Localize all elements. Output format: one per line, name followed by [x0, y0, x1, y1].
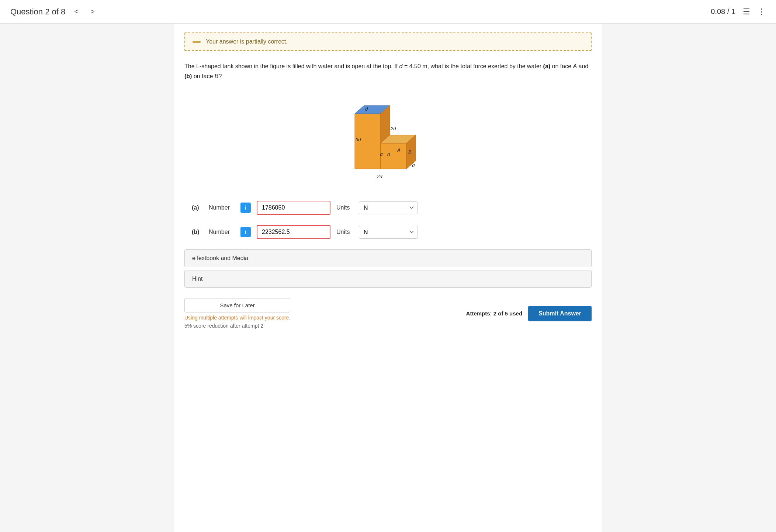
small-note: 5% score reduction after attempt 2 [184, 323, 290, 329]
list-icon[interactable]: ☰ [743, 7, 750, 17]
part-b-label: (b) [192, 229, 203, 235]
part-b-number-label: Number [209, 229, 235, 235]
prev-question-button[interactable]: < [71, 6, 82, 17]
part-b-units-select[interactable]: N kN MN [359, 226, 418, 239]
next-question-button[interactable]: > [87, 6, 98, 17]
part-a-units-label: Units [336, 204, 353, 211]
part-b-units-label: Units [336, 229, 353, 235]
question-text-eq: = 4.50 m, what is the total force exerte… [402, 63, 543, 69]
svg-text:d: d [365, 106, 368, 112]
submit-answer-button[interactable]: Submit Answer [528, 306, 592, 321]
etextbook-label: eTextbook and Media [192, 255, 248, 262]
header-left: Question 2 of 8 < > [10, 6, 98, 17]
banner-text: Your answer is partially correct. [206, 38, 288, 45]
main-content: Your answer is partially correct. The L-… [174, 24, 602, 532]
part-a-number-input[interactable] [257, 201, 330, 215]
part-a-bold: (a) [543, 63, 551, 69]
banner-dash-icon [193, 41, 201, 43]
part-a-number-label: Number [209, 204, 235, 211]
hint-label: Hint [192, 276, 202, 282]
part-b-bold: (b) [184, 73, 192, 79]
svg-text:2d: 2d [377, 174, 382, 179]
more-options-icon[interactable]: ⋮ [758, 7, 766, 17]
part-a-units-select[interactable]: N kN MN [359, 201, 418, 214]
part-a-row: (a) Number i Units N kN MN [184, 201, 592, 215]
question-text: The L-shaped tank shown in the figure is… [184, 61, 592, 81]
svg-text:2d: 2d [390, 126, 396, 131]
face-a-letter: A [573, 63, 577, 69]
svg-text:d: d [412, 163, 415, 168]
svg-text:B: B [408, 149, 412, 155]
question-text-part1: The L-shaped tank shown in the figure is… [184, 63, 399, 69]
attempts-text: Attempts: 2 of 5 used [466, 310, 523, 317]
face-b-letter: B [215, 73, 219, 79]
footer-actions: Save for Later Using multiple attempts w… [184, 295, 592, 329]
question-title: Question 2 of 8 [10, 7, 65, 17]
svg-text:A: A [397, 147, 401, 153]
svg-marker-3 [381, 143, 406, 169]
hint-header[interactable]: Hint [185, 270, 591, 287]
footer-right: Attempts: 2 of 5 used Submit Answer [466, 306, 592, 321]
figure-container: d 3d 2d d d A B d 2d [184, 91, 592, 187]
partial-correct-banner: Your answer is partially correct. [184, 32, 592, 51]
part-b-info-button[interactable]: i [240, 227, 251, 237]
warning-text: Using multiple attempts will impact your… [184, 315, 290, 321]
footer-left: Save for Later Using multiple attempts w… [184, 298, 290, 329]
face-b-text: on face [192, 73, 214, 79]
part-b-row: (b) Number i Units N kN MN [184, 225, 592, 239]
svg-text:3d: 3d [356, 137, 361, 142]
score-display: 0.08 / 1 [711, 7, 735, 16]
save-later-button[interactable]: Save for Later [184, 298, 290, 312]
svg-text:d: d [387, 152, 390, 157]
header: Question 2 of 8 < > 0.08 / 1 ☰ ⋮ [0, 0, 776, 24]
face-a-text: on face [550, 63, 573, 69]
etextbook-header[interactable]: eTextbook and Media [185, 250, 591, 267]
part-a-label: (a) [192, 204, 203, 211]
question-end: ? [218, 73, 222, 79]
and-text: and [577, 63, 588, 69]
svg-text:d: d [380, 152, 383, 157]
header-right: 0.08 / 1 ☰ ⋮ [711, 7, 766, 17]
etextbook-section: eTextbook and Media [184, 249, 592, 267]
tank-figure: d 3d 2d d d A B d 2d [333, 91, 443, 187]
hint-section: Hint [184, 270, 592, 288]
part-a-info-button[interactable]: i [240, 203, 251, 213]
part-b-number-input[interactable] [257, 225, 330, 239]
